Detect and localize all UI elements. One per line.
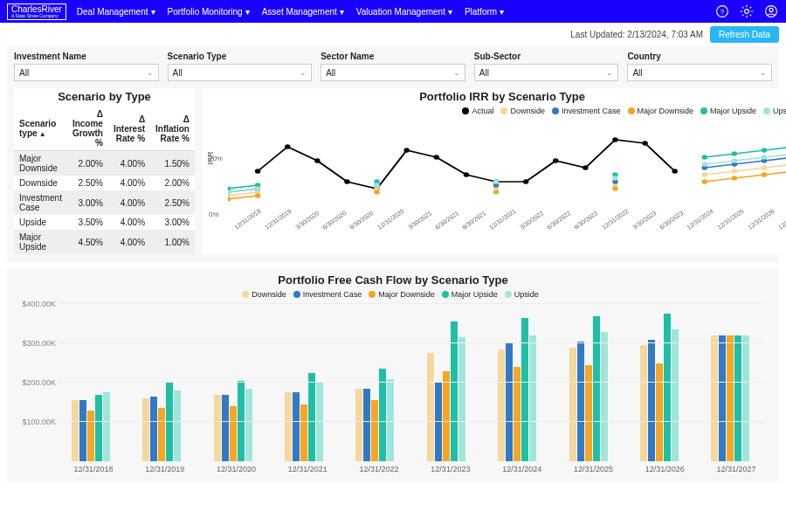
legend-swatch-icon [369,291,376,298]
bar[interactable] [222,395,229,462]
bar[interactable] [166,383,173,461]
legend-label: Investment Case [303,290,362,299]
x-tick: 12/31/2020 [201,465,272,473]
nav-portfolio-monitoring[interactable]: Portfolio Monitoring▾ [168,7,250,17]
refresh-button[interactable]: Refresh Data [710,26,779,43]
irr-ytick: 20% [209,155,223,162]
bar[interactable] [648,340,655,462]
legend-swatch-icon [505,291,512,298]
bar[interactable] [521,318,528,461]
irr-chart-card: Portfolio IRR by Scenario Type ActualDow… [202,88,786,254]
bar[interactable] [601,332,608,462]
bar[interactable] [529,335,536,461]
bar[interactable] [727,335,734,461]
bar[interactable] [95,395,102,462]
legend-item[interactable]: Investment Case [293,290,362,299]
legend-item[interactable]: Major Upside [442,290,498,299]
legend-item[interactable]: Upside [763,107,786,115]
bar[interactable] [585,365,592,461]
bar-group [484,304,549,461]
bar[interactable] [719,335,726,461]
bar[interactable] [103,392,110,461]
svg-point-4 [769,8,773,11]
bar[interactable] [363,389,370,461]
fcf-bar-groups [58,304,763,461]
legend-swatch-icon [500,107,507,114]
nav-deal-management[interactable]: Deal Management▾ [77,7,155,17]
table-cell: Downside [14,176,67,190]
bar[interactable] [506,343,513,461]
nav-asset-management[interactable]: Asset Management▾ [262,7,344,17]
bar[interactable] [593,316,600,462]
bar[interactable] [316,383,323,461]
filter-select[interactable]: All⌄ [168,64,313,81]
bar[interactable] [230,406,237,461]
bar[interactable] [308,373,315,461]
bar[interactable] [87,411,94,462]
chevron-down-icon: ▾ [500,7,504,17]
legend-item[interactable]: Investment Case [552,107,621,115]
gear-icon[interactable] [739,3,755,19]
legend-swatch-icon [763,107,770,114]
help-icon[interactable]: ? [714,3,730,19]
filter: Scenario TypeAll⌄ [168,52,313,81]
filter-select[interactable]: All⌄ [321,64,465,81]
legend-item[interactable]: Major Upside [700,107,756,115]
table-cell: 2.50% [150,190,195,215]
bar[interactable] [214,395,221,462]
filter-select[interactable]: All⌄ [474,64,619,81]
table-header[interactable]: Δ Inflation Rate % [150,107,195,151]
bar[interactable] [656,363,663,461]
filter-select[interactable]: All⌄ [627,64,772,81]
bar[interactable] [79,400,86,461]
nav-platform[interactable]: Platform▾ [465,7,504,17]
legend-item[interactable]: Major Downside [628,107,694,115]
nav-valuation-management[interactable]: Valuation Management▾ [356,7,452,17]
bar[interactable] [293,392,300,461]
bar[interactable] [640,345,647,461]
svg-point-40 [374,190,379,194]
bar[interactable] [664,314,671,461]
table-cell: 4.00% [108,230,150,254]
bar[interactable] [458,337,465,461]
legend-item[interactable]: Upside [505,290,539,299]
nav-label: Deal Management [77,7,148,17]
bar[interactable] [387,379,394,462]
bar-group [128,304,194,461]
bar[interactable] [379,369,386,461]
bar[interactable] [245,389,252,461]
bar[interactable] [427,353,434,461]
legend-item[interactable]: Actual [462,107,493,115]
bar[interactable] [742,335,749,461]
bar[interactable] [285,392,292,461]
table-header[interactable]: Δ Interest Rate % [108,107,150,151]
table-header[interactable]: Scenario type ▲ [14,107,67,151]
bar[interactable] [174,390,181,461]
legend-item[interactable]: Downside [500,107,545,115]
bar[interactable] [443,371,450,462]
x-tick: 12/31/2019 [129,465,201,473]
bar[interactable] [577,342,584,461]
bar[interactable] [300,404,307,461]
bar-group [58,304,123,461]
legend-item[interactable]: Major Downside [369,290,435,299]
bar[interactable] [142,398,149,461]
fcf-chart-plot: $100.00K$200.00K$300.00K$400.00K [58,304,763,461]
bar[interactable] [355,389,362,461]
bar[interactable] [672,329,679,461]
bar[interactable] [150,397,157,461]
bar-group [698,304,763,461]
table-header[interactable]: Δ Income Growth % [67,107,108,151]
legend-item[interactable]: Downside [242,290,286,299]
bar[interactable] [569,348,576,462]
bar[interactable] [158,408,165,461]
user-icon[interactable] [763,3,779,19]
legend-swatch-icon [700,107,707,114]
bar[interactable] [72,400,79,461]
filter-select[interactable]: All⌄ [14,64,159,81]
bar[interactable] [734,335,741,461]
bar[interactable] [371,400,378,461]
bar[interactable] [498,349,505,461]
bar[interactable] [435,383,442,461]
bar[interactable] [711,335,718,461]
